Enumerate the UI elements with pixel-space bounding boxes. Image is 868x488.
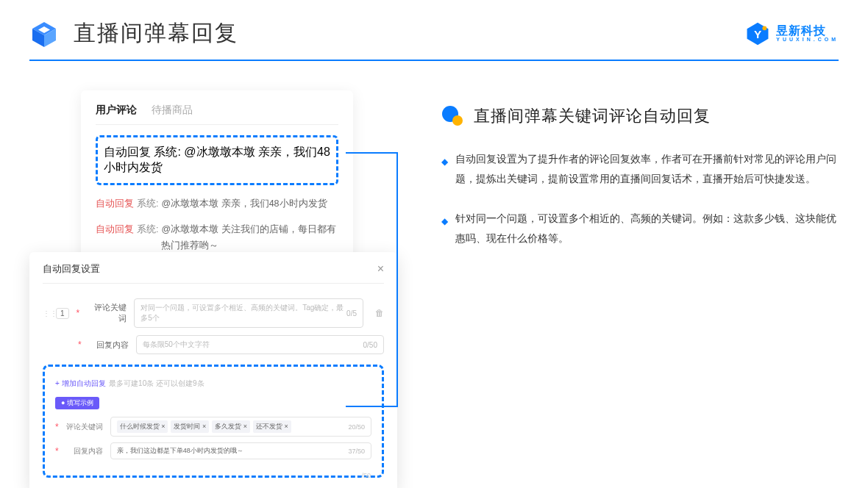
diamond-icon: ◆: [441, 154, 448, 188]
tab-pending-goods[interactable]: 待播商品: [152, 104, 193, 117]
bullet-point: ◆ 自动回复设置为了提升作者的评论回复效率，作者可在开播前针对常见的评论用户问题…: [441, 149, 839, 188]
diamond-icon: ◆: [441, 213, 448, 248]
settings-title: 自动回复设置: [43, 262, 100, 276]
system-label: 系统:: [154, 146, 180, 158]
brand-logo: Y 昱新科技 YUUXIN.COM: [745, 21, 839, 46]
ex-reply-label: 回复内容: [66, 446, 103, 456]
delete-icon[interactable]: 🗑: [375, 308, 384, 318]
chat-bubble-icon: [441, 105, 463, 127]
reply-label: 回复内容: [89, 340, 129, 351]
ex-keyword-label: 评论关键词: [66, 422, 103, 432]
chip[interactable]: 还不发货 ×: [253, 420, 291, 433]
chip[interactable]: 多久发货 ×: [212, 420, 250, 433]
keyword-label: 评论关键词: [87, 302, 127, 324]
svg-text:Y: Y: [754, 27, 761, 40]
cube-icon: [29, 19, 59, 49]
comment-row: 自动回复 系统: @冰墩墩本墩 亲亲，我们48小时内发货: [96, 191, 338, 217]
add-rule-link[interactable]: + 增加自动回复: [55, 379, 106, 387]
drag-handle-icon[interactable]: ⋮⋮: [43, 309, 49, 317]
page-title: 直播间弹幕回复: [74, 18, 238, 49]
svg-point-6: [763, 26, 767, 30]
close-icon[interactable]: ×: [377, 262, 384, 276]
keyword-input[interactable]: 对同一个问题，可设置多个相近、高频的关键词。Tag确定，最多5个 0/5: [134, 298, 363, 328]
remaining-hint: 最多可建10条 还可以创建9条: [109, 379, 204, 387]
example-section: + 增加自动回复 最多可建10条 还可以创建9条 ● 填写示例 * 评论关键词 …: [43, 365, 384, 478]
reply-input[interactable]: 每条限50个中文字符 0/50: [136, 335, 384, 354]
chip[interactable]: 发货时间 ×: [171, 420, 209, 433]
settings-card: 自动回复设置 × ⋮⋮ 1 * 评论关键词 对同一个问题，可设置多个相近、高频的…: [29, 252, 397, 488]
brand-name: 昱新科技: [776, 24, 839, 37]
rule-number: 1: [56, 308, 69, 319]
section-title: 直播间弹幕关键词评论自动回复: [474, 105, 711, 127]
chip[interactable]: 什么时候发货 ×: [117, 420, 168, 433]
ex-keyword-input[interactable]: 什么时候发货 × 发货时间 × 多久发货 × 还不发货 × 20/50: [110, 417, 371, 437]
auto-reply-tag: 自动回复: [104, 146, 151, 158]
svg-point-8: [452, 115, 463, 126]
ex-reply-input[interactable]: 亲，我们这边都是下单48小时内发货的哦～ 37/50: [110, 442, 371, 459]
overflow-count: /50: [361, 472, 371, 479]
bullet-point: ◆ 针对同一个问题，可设置多个相近的、高频的关键词。例如：这款多少钱、这块能优惠…: [441, 209, 839, 248]
example-badge: ● 填写示例: [55, 397, 99, 409]
brand-url: YUUXIN.COM: [776, 37, 839, 43]
required-star: *: [77, 308, 80, 318]
highlighted-comment: 自动回复 系统: @冰墩墩本墩 亲亲，我们48小时内发货: [96, 135, 338, 185]
tab-user-comments[interactable]: 用户评论: [96, 104, 137, 117]
